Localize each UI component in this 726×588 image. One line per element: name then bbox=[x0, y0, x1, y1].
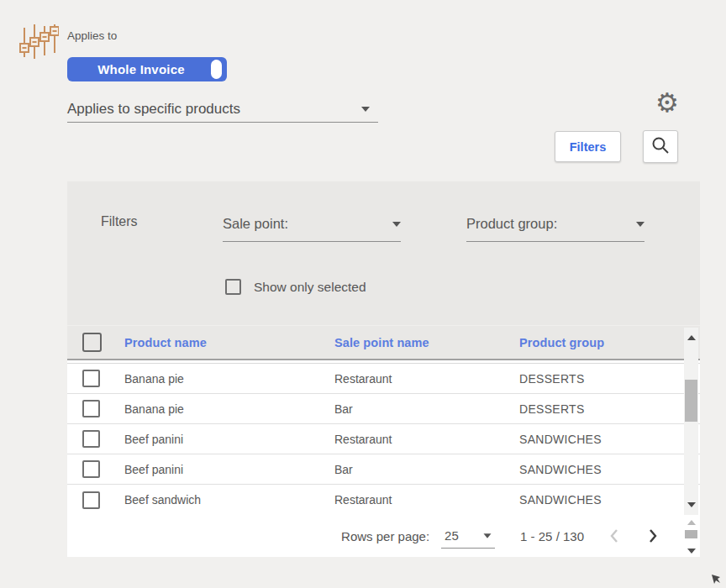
cell-sale-point-name: Restaraunt bbox=[334, 433, 392, 446]
table-body: Banana pie Restaraunt DESSERTS Banana pi… bbox=[67, 364, 700, 515]
cell-product-group: DESSERTS bbox=[519, 372, 585, 386]
applies-to-products-select[interactable]: Applies to specific products bbox=[67, 96, 378, 123]
cell-sale-point-name: Restaraunt bbox=[334, 372, 392, 386]
gear-icon[interactable]: ⚙ bbox=[655, 90, 679, 116]
cell-product-name: Beef panini bbox=[124, 463, 183, 476]
table-row[interactable]: Beef sandwich Restaraunt SANDWICHES bbox=[67, 485, 700, 515]
cell-product-group: SANDWICHES bbox=[519, 463, 602, 476]
chevron-left-icon bbox=[608, 528, 620, 543]
table-scrollbar[interactable] bbox=[684, 328, 698, 515]
row-checkbox[interactable] bbox=[82, 460, 100, 478]
chevron-down-icon bbox=[361, 107, 370, 112]
column-header-product-name[interactable]: Product name bbox=[124, 336, 207, 349]
scroll-down-arrow-icon[interactable] bbox=[687, 502, 696, 507]
mouse-cursor bbox=[710, 574, 722, 588]
chevron-down-icon bbox=[636, 222, 644, 227]
cell-product-group: DESSERTS bbox=[519, 402, 585, 416]
scrollbar-thumb[interactable] bbox=[685, 530, 697, 538]
cell-sale-point-name: Bar bbox=[334, 402, 353, 416]
sliders-icon bbox=[18, 22, 59, 66]
row-checkbox[interactable] bbox=[82, 491, 100, 509]
table-row[interactable]: Beef panini Bar SANDWICHES bbox=[67, 454, 700, 485]
applies-to-products-select-value: Applies to specific products bbox=[67, 101, 361, 118]
product-group-select[interactable]: Product group: bbox=[466, 212, 644, 242]
rows-per-page-select[interactable]: 25 bbox=[441, 523, 495, 549]
sale-point-select[interactable]: Sale point: bbox=[223, 212, 401, 242]
scroll-down-arrow-icon[interactable] bbox=[687, 549, 696, 554]
filters-button-label: Filters bbox=[570, 140, 607, 154]
whole-invoice-toggle[interactable]: Whole Invoice bbox=[67, 57, 227, 81]
table-row[interactable]: Banana pie Bar DESSERTS bbox=[67, 394, 700, 424]
scrollbar-thumb[interactable] bbox=[685, 380, 697, 422]
cell-product-name: Beef sandwich bbox=[124, 493, 201, 507]
search-icon bbox=[650, 135, 671, 159]
show-only-selected-label: Show only selected bbox=[254, 280, 366, 295]
filters-panel: Filters Sale point: Product group: Show … bbox=[67, 181, 700, 325]
cell-product-name: Banana pie bbox=[124, 372, 184, 386]
pagination-range-label: 1 - 25 / 130 bbox=[520, 529, 584, 543]
select-all-checkbox[interactable] bbox=[82, 333, 102, 352]
chevron-down-icon bbox=[392, 222, 401, 227]
filters-button[interactable]: Filters bbox=[555, 131, 621, 162]
show-only-selected-checkbox[interactable] bbox=[225, 279, 241, 295]
scroll-up-arrow-icon[interactable] bbox=[687, 520, 696, 525]
cell-product-group: SANDWICHES bbox=[519, 493, 602, 507]
chevron-right-icon bbox=[647, 528, 659, 543]
rows-per-page-value: 25 bbox=[441, 528, 483, 543]
table-row[interactable]: Banana pie Restaraunt DESSERTS bbox=[67, 364, 700, 394]
table-header-row: Product name Sale point name Product gro… bbox=[67, 325, 700, 360]
outer-scrollbar[interactable] bbox=[684, 520, 698, 555]
filters-panel-title: Filters bbox=[101, 214, 138, 229]
search-button[interactable] bbox=[643, 130, 678, 163]
row-checkbox[interactable] bbox=[82, 430, 100, 448]
scroll-up-arrow-icon[interactable] bbox=[687, 335, 696, 340]
product-group-select-label: Product group: bbox=[466, 216, 636, 232]
chevron-down-icon bbox=[484, 533, 492, 538]
cell-product-group: SANDWICHES bbox=[519, 433, 602, 446]
applies-to-label: Applies to bbox=[67, 29, 117, 42]
row-checkbox[interactable] bbox=[82, 370, 100, 387]
column-header-sale-point-name[interactable]: Sale point name bbox=[334, 336, 429, 349]
next-page-button[interactable] bbox=[644, 526, 661, 546]
cell-product-name: Beef panini bbox=[124, 433, 183, 446]
whole-invoice-toggle-label: Whole Invoice bbox=[97, 62, 196, 76]
row-checkbox[interactable] bbox=[82, 400, 100, 417]
table-pagination-footer: Rows per page: 25 1 - 25 / 130 bbox=[67, 515, 700, 557]
rows-per-page-label: Rows per page: bbox=[341, 529, 429, 543]
sale-point-select-label: Sale point: bbox=[223, 216, 392, 232]
cell-sale-point-name: Restaraunt bbox=[334, 493, 392, 507]
show-only-selected-option[interactable]: Show only selected bbox=[225, 279, 366, 295]
toggle-knob-icon bbox=[211, 60, 222, 79]
column-header-product-group[interactable]: Product group bbox=[519, 336, 604, 349]
cell-product-name: Banana pie bbox=[124, 402, 184, 416]
previous-page-button[interactable] bbox=[606, 526, 623, 546]
products-card: Filters Sale point: Product group: Show … bbox=[67, 181, 700, 557]
cell-sale-point-name: Bar bbox=[334, 463, 353, 476]
table-row[interactable]: Beef panini Restaraunt SANDWICHES bbox=[67, 424, 700, 454]
